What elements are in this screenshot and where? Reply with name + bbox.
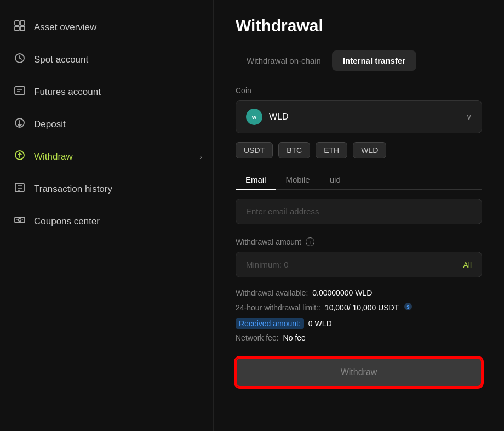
- svg-rect-14: [15, 217, 25, 223]
- sidebar-item-label: Coupons center: [34, 216, 100, 227]
- info-icon: i: [306, 237, 314, 246]
- available-label: Withdrawal available:: [236, 288, 308, 297]
- svg-rect-5: [15, 87, 25, 94]
- coin-icon: W: [246, 109, 262, 125]
- coin-quick-buttons: USDT BTC ETH WLD: [236, 142, 482, 158]
- coin-name: WLD: [269, 112, 289, 122]
- sidebar-item-futures-account[interactable]: Futures account: [0, 76, 213, 108]
- transfer-tabs: Withdrawal on-chain Internal transfer: [236, 50, 482, 71]
- svg-point-15: [19, 219, 21, 222]
- received-value: 0 WLD: [308, 319, 332, 328]
- quick-coin-btc[interactable]: BTC: [278, 142, 310, 158]
- svg-rect-0: [15, 21, 19, 25]
- limit-value: 10,000/ 10,000 USDT: [325, 303, 399, 312]
- sidebar-item-spot-account[interactable]: Spot account: [0, 43, 213, 76]
- amount-min: Minimum: 0: [246, 260, 289, 269]
- tab-uid[interactable]: uid: [320, 171, 351, 190]
- coin-label: Coin: [236, 86, 482, 95]
- amount-all-button[interactable]: All: [463, 260, 472, 269]
- transaction-history-icon: [13, 182, 26, 196]
- amount-label: Withdrawal amount i: [236, 237, 482, 246]
- received-label: Received amount:: [236, 318, 304, 329]
- sidebar-item-label: Deposit: [34, 119, 66, 130]
- fee-value: No fee: [283, 333, 306, 342]
- svg-rect-1: [20, 21, 25, 25]
- spot-account-icon: [13, 52, 26, 67]
- limit-label: 24-hour withdrawal limit::: [236, 303, 320, 312]
- tab-mobile[interactable]: Mobile: [276, 171, 320, 190]
- sidebar-item-label: Futures account: [34, 87, 101, 98]
- chevron-right-icon: ›: [199, 152, 202, 161]
- limit-icon: $: [403, 302, 413, 314]
- svg-text:$: $: [407, 304, 410, 310]
- sidebar-item-label: Spot account: [34, 54, 88, 65]
- sidebar-item-label: Withdraw: [34, 151, 73, 162]
- sidebar-item-deposit[interactable]: Deposit: [0, 108, 213, 140]
- svg-rect-2: [15, 26, 19, 31]
- amount-input-wrap[interactable]: Minimum: 0 All: [236, 252, 482, 277]
- futures-account-icon: [13, 84, 26, 99]
- address-tabs: Email Mobile uid: [236, 171, 482, 190]
- sidebar-item-label: Asset overview: [34, 22, 96, 33]
- fee-row: Network fee: No fee: [236, 333, 482, 342]
- coin-select-left: W WLD: [246, 109, 289, 125]
- info-rows: Withdrawal available: 0.00000000 WLD 24-…: [236, 288, 482, 342]
- tab-withdrawal-on-chain[interactable]: Withdrawal on-chain: [236, 50, 332, 71]
- sidebar-item-withdraw[interactable]: Withdraw ›: [0, 140, 213, 173]
- sidebar: Asset overview Spot account Futures acco…: [0, 0, 214, 431]
- quick-coin-usdt[interactable]: USDT: [236, 142, 273, 158]
- quick-coin-eth[interactable]: ETH: [316, 142, 347, 158]
- sidebar-item-coupons-center[interactable]: Coupons center: [0, 205, 213, 237]
- main-content: Withdrawal Withdrawal on-chain Internal …: [214, 0, 504, 431]
- withdraw-icon: [13, 149, 26, 164]
- svg-rect-3: [20, 26, 25, 31]
- received-row: Received amount: 0 WLD: [236, 318, 482, 329]
- svg-text:W: W: [252, 115, 257, 120]
- limit-row: 24-hour withdrawal limit:: 10,000/ 10,00…: [236, 302, 482, 314]
- available-row: Withdrawal available: 0.00000000 WLD: [236, 288, 482, 297]
- coin-select-dropdown[interactable]: W WLD ∨: [236, 100, 482, 133]
- coupons-center-icon: [13, 214, 26, 229]
- asset-overview-icon: [13, 20, 26, 35]
- sidebar-item-asset-overview[interactable]: Asset overview: [0, 11, 213, 43]
- page-title: Withdrawal: [236, 16, 482, 35]
- deposit-icon: [13, 117, 26, 132]
- sidebar-item-label: Transaction history: [34, 184, 112, 195]
- quick-coin-wld[interactable]: WLD: [353, 142, 386, 158]
- chevron-down-icon: ∨: [466, 112, 472, 121]
- fee-label: Network fee:: [236, 333, 279, 342]
- available-value: 0.00000000 WLD: [312, 288, 372, 297]
- email-input[interactable]: [236, 199, 482, 224]
- tab-internal-transfer[interactable]: Internal transfer: [332, 50, 416, 71]
- tab-email[interactable]: Email: [236, 171, 276, 190]
- withdraw-button[interactable]: Withdraw: [236, 358, 482, 387]
- sidebar-item-transaction-history[interactable]: Transaction history: [0, 173, 213, 205]
